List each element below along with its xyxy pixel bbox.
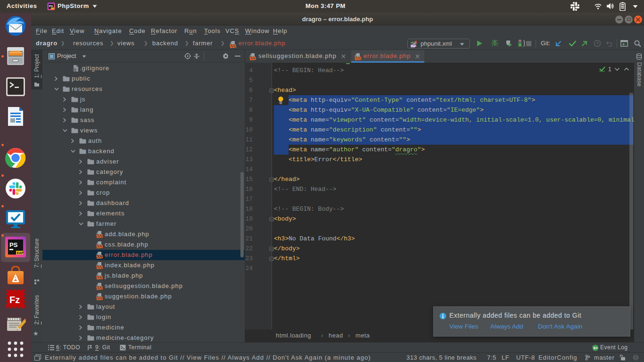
- svg-text:9+: 9+: [593, 346, 598, 350]
